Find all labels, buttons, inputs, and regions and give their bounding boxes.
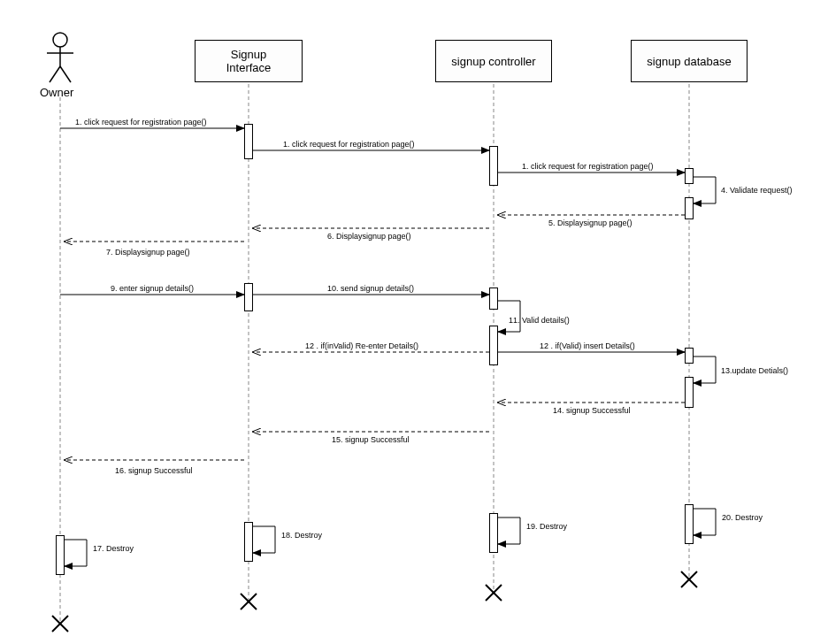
msg-label: 13.update Detials() — [721, 366, 788, 375]
msg-label: 15. signup Successful — [332, 435, 410, 444]
activation-bar — [244, 283, 253, 311]
participant-controller: signup controller — [435, 40, 552, 82]
stick-figure-icon — [44, 31, 76, 84]
participant-database-label: signup database — [647, 55, 731, 68]
msg-label: 18. Destroy — [281, 531, 322, 540]
participant-controller-label: signup controller — [451, 55, 535, 68]
activation-bar — [489, 146, 498, 186]
activation-bar — [685, 504, 694, 544]
activation-bar — [685, 377, 694, 408]
activation-bar — [244, 124, 253, 159]
svg-line-28 — [50, 66, 60, 82]
activation-bar — [244, 522, 253, 562]
svg-line-29 — [60, 66, 71, 82]
actor-owner — [44, 31, 76, 84]
msg-label: 4. Validate request() — [721, 186, 792, 195]
participant-database: signup database — [631, 40, 748, 82]
msg-label: 1. click request for registration page() — [522, 162, 654, 171]
msg-label: 17. Destroy — [93, 544, 134, 553]
msg-label: 5. Displaysignup page() — [548, 218, 632, 227]
msg-label: 19. Destroy — [526, 522, 567, 531]
svg-point-25 — [53, 33, 67, 47]
activation-bar — [489, 513, 498, 553]
msg-label: 7. Displaysignup page() — [106, 248, 190, 257]
activation-bar — [489, 326, 498, 365]
activation-bar — [489, 288, 498, 310]
participant-interface-label1: Signup — [231, 48, 266, 61]
msg-label: 16. signup Successful — [115, 466, 193, 475]
msg-label: 11. Valid details() — [509, 316, 570, 325]
msg-label: 20. Destroy — [722, 513, 763, 522]
activation-bar — [685, 197, 694, 219]
sequence-diagram: Owner Signup Interface signup controller… — [0, 0, 828, 644]
activation-bar — [56, 535, 65, 575]
msg-label: 6. Displaysignup page() — [327, 232, 411, 241]
msg-label: 9. enter signup details() — [111, 284, 194, 293]
msg-label: 10. send signup details() — [327, 284, 414, 293]
msg-label: 12 . if(inValid) Re-enter Details() — [305, 341, 418, 350]
msg-label: 1. click request for registration page() — [283, 140, 415, 149]
msg-label: 1. click request for registration page() — [75, 118, 207, 126]
actor-owner-label: Owner — [40, 86, 73, 99]
activation-bar — [685, 348, 694, 364]
activation-bar — [685, 168, 694, 184]
participant-interface: Signup Interface — [195, 40, 303, 82]
msg-label: 14. signup Successful — [553, 406, 631, 415]
msg-label: 12 . if(Valid) insert Details() — [540, 341, 635, 350]
participant-interface-label2: Interface — [226, 61, 272, 74]
